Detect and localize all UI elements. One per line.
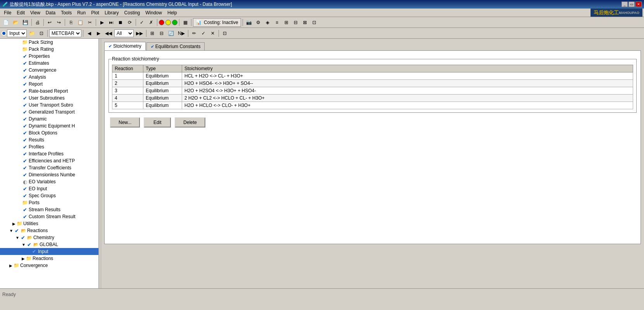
table-row[interactable]: 3 Equilibrium H2O + H2SO4 <-> H3O+ + HSO… bbox=[112, 87, 633, 95]
sidebar-item-reactions-sub[interactable]: ▶ 📁 Reactions bbox=[0, 255, 98, 262]
menu-library[interactable]: Library bbox=[102, 9, 121, 16]
table-row[interactable]: 4 Equilibrium 2 H2O + CL2 <-> HCLO + CL-… bbox=[112, 95, 633, 102]
sidebar-item-input[interactable]: ✔ Input bbox=[0, 248, 98, 255]
sidebar-item-report[interactable]: ✔ Report bbox=[0, 81, 98, 88]
verify-btn[interactable]: ✓ bbox=[199, 29, 208, 38]
menu-run[interactable]: Run bbox=[75, 9, 88, 16]
edit2-btn[interactable]: ✏ bbox=[190, 29, 198, 38]
new-btn[interactable]: 📄 bbox=[2, 18, 10, 27]
run-btn[interactable]: ▶ bbox=[98, 18, 106, 27]
sidebar-item-interface-profiles[interactable]: ✔ Interface Profiles bbox=[0, 150, 98, 157]
sidebar-item-eo-variables[interactable]: ◐ EO Variables bbox=[0, 178, 98, 185]
step-btn[interactable]: ⏭ bbox=[107, 18, 115, 27]
sidebar-item-custom-stream[interactable]: ✔ Custom Stream Result bbox=[0, 213, 98, 220]
forward-btn[interactable]: ▶ bbox=[94, 29, 103, 38]
last-btn[interactable]: ▶▶ bbox=[134, 29, 145, 38]
sidebar-item-analysis[interactable]: ✔ Analysis bbox=[0, 74, 98, 81]
tab-equilibrium-constants[interactable]: ✔ Equilibrium Constants bbox=[146, 42, 205, 50]
table-row[interactable]: 1 Equilibrium HCL + H2O <-> CL- + H3O+ bbox=[112, 72, 633, 80]
cut-btn[interactable]: ✂ bbox=[86, 18, 94, 27]
table-row[interactable]: 2 Equilibrium H2O + HSO4- <-> H3O+ + SO4… bbox=[112, 80, 633, 87]
sidebar-item-dynamic[interactable]: ✔ Dynamic bbox=[0, 115, 98, 122]
more-btn6[interactable]: ⊡ bbox=[310, 18, 319, 27]
camera-btn[interactable]: 📷 bbox=[245, 18, 253, 27]
sidebar-item-results[interactable]: ✔ Results bbox=[0, 136, 98, 143]
sidebar-item-estimates[interactable]: ✔ Estimates bbox=[0, 60, 98, 67]
next-btn[interactable]: N▶ bbox=[176, 29, 186, 38]
open-btn[interactable]: 📂 bbox=[11, 18, 20, 27]
sidebar-item-user-subroutines[interactable]: ✔ User Subroutines bbox=[0, 95, 98, 102]
sidebar-item-stream-results[interactable]: ✔ Stream Results bbox=[0, 206, 98, 213]
sidebar-item-efficiencies[interactable]: ✔ Efficiencies and HETP bbox=[0, 157, 98, 164]
close-panel-btn[interactable]: ✕ bbox=[208, 29, 217, 38]
browse2-btn[interactable]: ⊡ bbox=[37, 29, 46, 38]
sidebar-item-global[interactable]: ▼ ✔ 📂 GLOBAL bbox=[0, 241, 98, 248]
menu-help[interactable]: Help bbox=[165, 9, 179, 16]
sidebar-item-rate-based-report[interactable]: ✔ Rate-based Report bbox=[0, 88, 98, 95]
restore-button[interactable]: ▭ bbox=[629, 2, 635, 7]
sidebar-item-eo-input[interactable]: ✔ EO Input bbox=[0, 185, 98, 192]
more-btn5[interactable]: ⊠ bbox=[301, 18, 309, 27]
sidebar-item-dimensionless[interactable]: ✔ Dimensionless Numbe bbox=[0, 171, 98, 178]
sidebar-item-pack-rating[interactable]: 📁 Pack Rating bbox=[0, 46, 98, 53]
sidebar-item-spec-groups[interactable]: ✔ Spec Groups bbox=[0, 192, 98, 199]
menu-tools[interactable]: Tools bbox=[59, 9, 74, 16]
expand-btn[interactable]: ⊞ bbox=[148, 29, 157, 38]
layout-btn[interactable]: ⊡ bbox=[220, 29, 229, 38]
menu-view[interactable]: View bbox=[28, 9, 43, 16]
unit-dropdown[interactable]: METCBAR bbox=[49, 29, 81, 37]
edit-button[interactable]: Edit bbox=[144, 117, 171, 127]
menu-edit[interactable]: Edit bbox=[14, 9, 27, 16]
sep6 bbox=[157, 19, 157, 26]
sidebar-item-transfer-coefficients[interactable]: ✔ Transfer Coefficients bbox=[0, 164, 98, 171]
check-btn[interactable]: ✓ bbox=[138, 18, 146, 27]
mode-dropdown[interactable]: Input bbox=[7, 29, 27, 37]
menu-plot[interactable]: Plot bbox=[89, 9, 102, 16]
menu-window[interactable]: Window bbox=[143, 9, 164, 16]
save-btn[interactable]: 💾 bbox=[21, 18, 30, 27]
sidebar-item-dynamic-equipment[interactable]: ✔ Dynamic Equipment H bbox=[0, 122, 98, 129]
all-dropdown[interactable]: All bbox=[114, 29, 134, 37]
refresh-btn[interactable]: 🔄 bbox=[167, 29, 176, 38]
sidebar-item-convergence-bottom[interactable]: ▶ 📁 Convergence bbox=[0, 262, 98, 269]
x-btn[interactable]: ✗ bbox=[147, 18, 155, 27]
copy-btn[interactable]: ⎘ bbox=[67, 18, 75, 27]
settings-btn[interactable]: ⚙ bbox=[254, 18, 263, 27]
stop-btn[interactable]: ⏹ bbox=[116, 18, 125, 27]
sidebar-item-generalized-transport[interactable]: ✔ Generalized Transport bbox=[0, 108, 98, 115]
sidebar-item-reactions[interactable]: ▼ ✔ 📂 Reactions bbox=[0, 227, 98, 234]
sidebar-item-properties[interactable]: ✔ Properties bbox=[0, 53, 98, 60]
more-btn4[interactable]: ⊟ bbox=[291, 18, 300, 27]
menu-file[interactable]: File bbox=[2, 9, 14, 16]
reset-btn[interactable]: ⟳ bbox=[126, 18, 134, 27]
table-row[interactable]: 5 Equilibrium H2O + HCLO <-> CLO- + H3O+ bbox=[112, 102, 633, 109]
more-btn1[interactable]: ◈ bbox=[263, 18, 272, 27]
paste-btn[interactable]: 📋 bbox=[76, 18, 85, 27]
sidebar-item-pack-sizing[interactable]: 📁 Pack Sizing bbox=[0, 39, 98, 46]
sidebar-item-block-options[interactable]: ✔ Block Options bbox=[0, 129, 98, 136]
redo-btn[interactable]: ↪ bbox=[55, 18, 63, 27]
grid-btn[interactable]: ▦ bbox=[181, 18, 189, 27]
sidebar-item-ports[interactable]: 📁 Ports bbox=[0, 199, 98, 206]
more-btn2[interactable]: ≡ bbox=[273, 18, 281, 27]
undo-btn[interactable]: ↩ bbox=[45, 18, 54, 27]
more-btn3[interactable]: ⊞ bbox=[282, 18, 291, 27]
sidebar-item-utilities[interactable]: ▶ 📁 Utilities bbox=[0, 220, 98, 227]
browse-btn[interactable]: 📁 bbox=[28, 29, 36, 38]
tab-stoichiometry[interactable]: ✔ Stoichiometry bbox=[104, 42, 146, 50]
menu-data[interactable]: Data bbox=[43, 9, 58, 16]
sidebar-item-user-transport[interactable]: ✔ User Transport Subro bbox=[0, 102, 98, 108]
new-button[interactable]: New... bbox=[110, 117, 140, 127]
minimize-button[interactable]: _ bbox=[622, 2, 628, 7]
delete-button[interactable]: Delete bbox=[175, 117, 205, 127]
collapse-btn[interactable]: ⊟ bbox=[157, 29, 166, 38]
back-btn[interactable]: ◀ bbox=[85, 29, 93, 38]
close-button[interactable]: ✕ bbox=[635, 2, 642, 7]
sidebar-item-chemistry[interactable]: ▼ ✔ 📂 Chemistry bbox=[0, 234, 98, 241]
sidebar-item-profiles[interactable]: ✔ Profiles bbox=[0, 143, 98, 150]
print-btn[interactable]: 🖨 bbox=[33, 18, 42, 27]
sidebar-item-convergence[interactable]: ✔ Convergence bbox=[0, 67, 98, 74]
first-btn[interactable]: ◀◀ bbox=[103, 29, 114, 38]
menu-costing[interactable]: Costing bbox=[122, 9, 143, 16]
window-controls[interactable]: _ ▭ ✕ bbox=[622, 2, 642, 7]
